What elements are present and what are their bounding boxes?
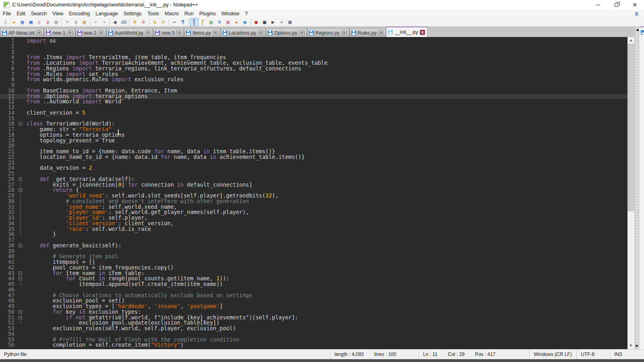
macro-run-multiple-icon[interactable]: » — [277, 18, 286, 26]
fold-collapse-icon[interactable]: − — [19, 122, 22, 125]
code-line[interactable]: 22 location_name_to_id = {name: data.id … — [0, 154, 627, 160]
status-eol-format[interactable]: Windows (CR LF) — [529, 350, 576, 359]
tab-__init__.py[interactable]: __init__.py✕ — [386, 27, 427, 37]
code-line[interactable]: 12from ..AutoWorld import World — [0, 99, 627, 105]
fold-collapse-icon[interactable]: − — [19, 177, 22, 181]
menu-item-search[interactable]: Search — [28, 10, 50, 17]
copy-icon[interactable]: ▯ — [72, 18, 80, 26]
tab-close-icon[interactable]: ✕ — [99, 30, 104, 35]
menu-item-file[interactable]: File — [0, 10, 14, 17]
fold-collapse-icon[interactable]: − — [19, 316, 22, 319]
menu-item-tools[interactable]: Tools — [144, 10, 162, 17]
minimize-button[interactable] — [588, 0, 607, 10]
menu-item-encoding[interactable]: Encoding — [66, 10, 93, 17]
paste-icon[interactable]: ▥ — [80, 18, 89, 26]
folder-as-workspace-icon[interactable]: ▰ — [232, 18, 241, 26]
macro-record-icon[interactable]: ● — [252, 18, 260, 26]
tab-new-2[interactable]: new 2✕ — [75, 28, 106, 37]
document-map-icon[interactable]: ▧ — [207, 18, 215, 26]
menu-item-view[interactable]: View — [50, 10, 66, 17]
tab-close-icon[interactable]: ✕ — [342, 30, 347, 35]
splitter-collapse-right-icon[interactable]: ▶ — [636, 344, 638, 348]
replace-icon[interactable]: ab — [120, 18, 128, 26]
close-all-icon[interactable]: ▯ — [43, 18, 52, 26]
tab-new-1[interactable]: new 1✕ — [44, 28, 75, 37]
fold-collapse-icon[interactable]: − — [19, 188, 22, 192]
fold-margin[interactable]: − — [18, 276, 24, 282]
show-indent-guide-icon[interactable]: ║ — [190, 18, 198, 26]
scrollbar-thumb[interactable] — [628, 44, 634, 211]
tab-close-icon[interactable]: ✕ — [176, 30, 182, 35]
tab-close-icon[interactable]: ✕ — [68, 30, 73, 35]
code-line[interactable]: 19 topology_present = True — [0, 138, 627, 144]
tab-regions.py[interactable]: Regions.py✕ — [307, 28, 349, 37]
menu-item-edit[interactable]: Edit — [14, 10, 28, 17]
tab-close-icon[interactable]: ✕ — [213, 30, 218, 35]
tab-close-icon[interactable]: ✕ — [420, 30, 425, 35]
menu-item-?[interactable]: ? — [242, 10, 250, 17]
code-line[interactable]: 2 — [0, 44, 627, 49]
close-button[interactable]: ✕ — [625, 0, 644, 10]
restore-button[interactable] — [607, 0, 625, 10]
status-insert-mode[interactable]: INS — [610, 350, 644, 359]
tab-locations.py[interactable]: Locations.py✕ — [221, 28, 266, 37]
macro-stop-icon[interactable]: ■ — [260, 18, 269, 26]
fold-margin[interactable]: − — [18, 177, 24, 182]
undo-icon[interactable]: ↶ — [91, 18, 100, 26]
status-encoding[interactable]: UTF-8 — [576, 350, 610, 359]
scroll-up-icon[interactable]: ▲ — [627, 37, 634, 44]
zoom-in-icon[interactable]: ⊕ — [131, 18, 139, 26]
menu-item-run[interactable]: Run — [182, 10, 196, 17]
scroll-down-icon[interactable]: ▼ — [627, 342, 634, 349]
zoom-out-icon[interactable]: ⊖ — [139, 18, 148, 26]
tab-items.py[interactable]: Items.py✕ — [184, 28, 220, 37]
code-line[interactable]: 53 exclusion_rules(self.world, self.play… — [0, 326, 627, 331]
code-line[interactable]: 56 completion = self.create_item("Victor… — [0, 342, 627, 348]
fold-margin[interactable]: − — [18, 121, 24, 127]
open-file-icon[interactable]: ▰ — [10, 18, 18, 26]
monitoring-icon[interactable]: ◉ — [241, 18, 249, 26]
tab-autoworld.py[interactable]: AutoWorld.py✕ — [106, 28, 153, 37]
secondary-view-tab[interactable] — [640, 27, 644, 37]
tab-close-icon[interactable]: ✕ — [378, 30, 384, 35]
save-all-icon[interactable]: ▣ — [27, 18, 35, 26]
tab-new-3[interactable]: new 3✕ — [153, 28, 184, 37]
tab-close-icon[interactable]: ✕ — [299, 30, 305, 35]
new-file-icon[interactable]: ▯ — [1, 18, 10, 26]
show-all-characters-icon[interactable]: ¶ — [179, 18, 187, 26]
code-line[interactable]: 14client_version = 5 — [0, 110, 627, 116]
code-line[interactable]: 27 exits = [connection[0] for connection… — [0, 182, 627, 188]
code-editor[interactable]: 1import os234from .Items import Terraria… — [0, 37, 627, 349]
function-list-icon[interactable]: ƒ — [198, 18, 207, 26]
code-line[interactable]: 13 — [0, 105, 627, 110]
find-icon[interactable]: ◉ — [111, 18, 120, 26]
vertical-scrollbar[interactable]: ▲ ▼ — [627, 37, 634, 349]
sync-vertical-scroll-icon[interactable]: ⇅ — [151, 18, 159, 26]
close-file-icon[interactable]: ▯ — [35, 18, 43, 26]
code-line[interactable]: 36 } — [0, 232, 627, 237]
redo-icon[interactable]: ↷ — [100, 18, 108, 26]
cut-icon[interactable]: ✂ — [63, 18, 72, 26]
fold-collapse-icon[interactable]: − — [19, 272, 22, 275]
menu-item-settings[interactable]: Settings — [121, 10, 144, 17]
word-wrap-icon[interactable]: ↩ — [170, 18, 179, 26]
menu-close-icon[interactable]: X — [635, 11, 638, 17]
tab-ap-ideas.txt[interactable]: AP Ideas.txt✕ — [0, 28, 44, 37]
macro-play-icon[interactable]: ▶ — [269, 18, 277, 26]
macro-save-icon[interactable]: ▦ — [286, 18, 294, 26]
view-splitter[interactable]: ◀ ▶ — [634, 27, 640, 349]
tab-close-icon[interactable]: ✕ — [36, 30, 41, 35]
fold-margin[interactable]: − — [18, 309, 24, 315]
menu-item-window[interactable]: Window — [219, 10, 242, 17]
print-icon[interactable]: ▤ — [52, 18, 60, 26]
code-line[interactable]: 8from worlds.generic.Rules import exclus… — [0, 77, 627, 82]
document-list-icon[interactable]: ≡ — [215, 18, 224, 26]
tab-scroll-left-icon[interactable]: ◀ — [636, 28, 638, 32]
tab-rules.py[interactable]: Rules.py✕ — [349, 28, 386, 37]
code-line[interactable]: 45 itempool.append(self.create_item(item… — [0, 282, 627, 287]
fold-margin[interactable]: − — [18, 243, 24, 249]
sync-horizontal-scroll-icon[interactable]: ⇄ — [159, 18, 167, 26]
code-line[interactable]: 24 data_version = 2 — [0, 165, 627, 171]
fold-collapse-icon[interactable]: − — [19, 244, 22, 247]
tab-options.py[interactable]: Options.py✕ — [266, 28, 307, 37]
